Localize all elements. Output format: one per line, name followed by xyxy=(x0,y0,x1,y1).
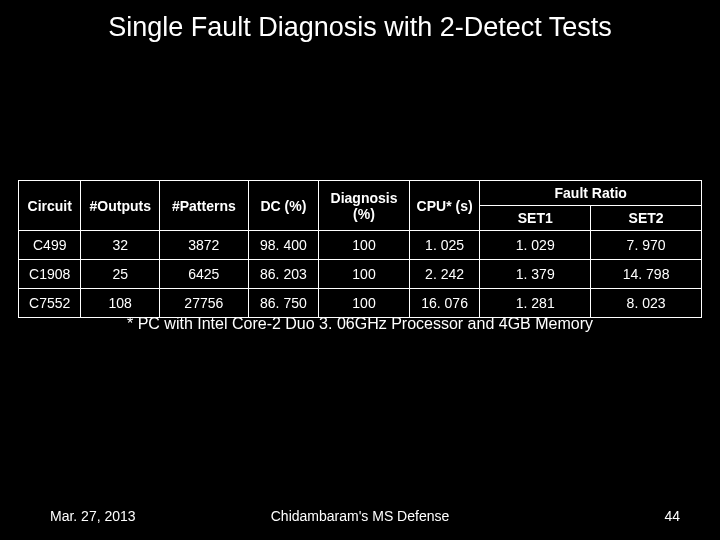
cell-set2: 7. 970 xyxy=(591,231,702,260)
cell-set2: 8. 023 xyxy=(591,289,702,318)
cell-outputs: 32 xyxy=(81,231,160,260)
table-row: C7552 108 27756 86. 750 100 16. 076 1. 2… xyxy=(19,289,702,318)
cell-circuit: C7552 xyxy=(19,289,81,318)
footer-page: 44 xyxy=(664,508,680,524)
cell-outputs: 108 xyxy=(81,289,160,318)
footnote: * PC with Intel Core-2 Duo 3. 06GHz Proc… xyxy=(0,315,720,333)
slide: Single Fault Diagnosis with 2-Detect Tes… xyxy=(0,0,720,540)
results-table: Circuit #Outputs #Patterns DC (%) Diagno… xyxy=(18,180,702,318)
cell-dc: 86. 750 xyxy=(248,289,319,318)
cell-outputs: 25 xyxy=(81,260,160,289)
cell-diagnosis: 100 xyxy=(319,231,410,260)
cell-set1: 1. 281 xyxy=(480,289,591,318)
results-table-container: Circuit #Outputs #Patterns DC (%) Diagno… xyxy=(18,180,702,318)
table-row: C499 32 3872 98. 400 100 1. 025 1. 029 7… xyxy=(19,231,702,260)
cell-dc: 86. 203 xyxy=(248,260,319,289)
col-set1: SET1 xyxy=(480,206,591,231)
slide-title: Single Fault Diagnosis with 2-Detect Tes… xyxy=(0,12,720,43)
cell-dc: 98. 400 xyxy=(248,231,319,260)
cell-cpu: 16. 076 xyxy=(409,289,480,318)
cell-set1: 1. 379 xyxy=(480,260,591,289)
cell-set2: 14. 798 xyxy=(591,260,702,289)
col-set2: SET2 xyxy=(591,206,702,231)
col-circuit: Circuit xyxy=(19,181,81,231)
cell-circuit: C1908 xyxy=(19,260,81,289)
col-patterns: #Patterns xyxy=(160,181,249,231)
col-cpu: CPU* (s) xyxy=(409,181,480,231)
footer-center: Chidambaram's MS Defense xyxy=(0,508,720,524)
cell-set1: 1. 029 xyxy=(480,231,591,260)
cell-diagnosis: 100 xyxy=(319,260,410,289)
col-diagnosis: Diagnosis (%) xyxy=(319,181,410,231)
table-header-row: Circuit #Outputs #Patterns DC (%) Diagno… xyxy=(19,181,702,206)
col-faultratio: Fault Ratio xyxy=(480,181,702,206)
cell-cpu: 1. 025 xyxy=(409,231,480,260)
cell-diagnosis: 100 xyxy=(319,289,410,318)
col-outputs: #Outputs xyxy=(81,181,160,231)
col-dc: DC (%) xyxy=(248,181,319,231)
cell-circuit: C499 xyxy=(19,231,81,260)
cell-patterns: 3872 xyxy=(160,231,249,260)
cell-patterns: 27756 xyxy=(160,289,249,318)
cell-patterns: 6425 xyxy=(160,260,249,289)
cell-cpu: 2. 242 xyxy=(409,260,480,289)
table-row: C1908 25 6425 86. 203 100 2. 242 1. 379 … xyxy=(19,260,702,289)
